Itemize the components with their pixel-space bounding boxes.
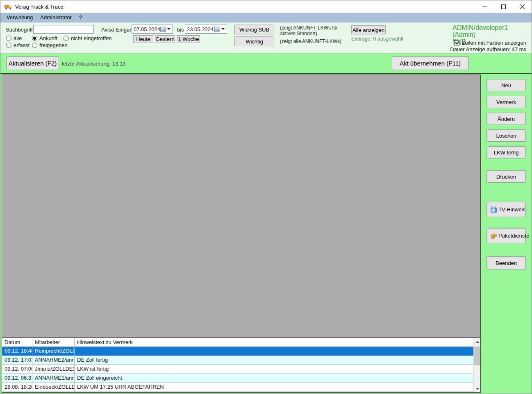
tv-icon xyxy=(490,206,498,213)
cell-datum: 09.12. 06:37 xyxy=(2,374,32,383)
menu-help[interactable]: ? xyxy=(75,13,86,23)
action-bar: Aktualisieren (F2) letzte Aktualisierung… xyxy=(0,54,532,74)
woche-button[interactable]: 1 Woche xyxy=(177,35,200,43)
radio-circle-icon xyxy=(32,36,37,41)
vermerk-table-rows: Datum Mitarbeiter Hinweistext zu Vermerk… xyxy=(2,338,473,392)
akt-uebernehmen-button[interactable]: Akt übernehmen (F11) xyxy=(392,57,468,70)
radio-circle-icon xyxy=(6,43,11,48)
date-from-picker[interactable]: 07.05.2024 xyxy=(132,25,173,34)
drucken-button[interactable]: Drucken xyxy=(487,170,526,183)
menu-administrator[interactable]: Administrator xyxy=(36,13,75,23)
arrow-down-icon xyxy=(476,388,479,390)
maximize-icon xyxy=(501,5,506,9)
close-button[interactable] xyxy=(513,0,532,13)
truck-icon xyxy=(4,4,12,10)
tv-hinweis-label: TV-Hinweis xyxy=(498,206,525,213)
dauer-anzeige-text: Dauer Anzeige aufbauen: 47 ms xyxy=(450,46,526,52)
table-row[interactable]: 09.12. 06:37 ANNAHME1/annahme1 DE Zoll e… xyxy=(2,374,473,383)
table-row[interactable]: 09.12. 18:48 Reinprecht/ZOLLDE1 xyxy=(2,347,473,356)
close-icon xyxy=(520,5,525,9)
cell-mitarbeiter: Jinariu/ZOLLDE3 xyxy=(32,365,75,374)
date-to-dropdown-arrow-icon[interactable] xyxy=(221,28,225,30)
cell-hinweis: DE Zoll eingereicht xyxy=(75,374,473,383)
wichtig-hint: (zeigt alle ANKUNFT-LKWs) xyxy=(280,38,362,44)
app-window: Verag Track & Trace Verwaltung Administr… xyxy=(0,0,532,394)
window-title: Verag Track & Trace xyxy=(15,4,64,10)
aendern-button[interactable]: Ändern xyxy=(487,113,526,125)
date-from-dropdown-arrow-icon[interactable] xyxy=(167,28,171,30)
cell-datum: 09.12. 07:00 xyxy=(2,365,32,374)
vermerk-table: Datum Mitarbeiter Hinweistext zu Vermerk… xyxy=(2,338,480,392)
gestern-button[interactable]: Gestern xyxy=(155,35,175,43)
bis-label: bis xyxy=(177,27,184,33)
checkbox-checked-icon xyxy=(454,40,459,45)
neu-button[interactable]: Neu xyxy=(487,79,526,91)
radio-freigegeben[interactable]: freigegeben xyxy=(32,42,68,48)
cell-mitarbeiter: Reinprecht/ZOLLDE1 xyxy=(32,347,75,356)
date-to-picker[interactable]: 23.05.2024 xyxy=(185,25,227,34)
date-to-value: 23.05.2024 xyxy=(185,26,214,32)
suchbegriff-label: Suchbegriff xyxy=(6,27,33,33)
cell-datum: 09.12. 17:03 xyxy=(2,356,32,365)
table-row[interactable]: 09.12. 17:03 ANNAHME2/annahme2 DE Zoll f… xyxy=(2,356,473,365)
aviso-eingang-label: Aviso-Eingang xyxy=(101,27,136,33)
column-header-hinweistext[interactable]: Hinweistext zu Vermerk xyxy=(75,338,473,346)
cell-datum: 28.08. 18:26 xyxy=(2,383,32,392)
table-row[interactable]: 09.12. 07:00 Jinariu/ZOLLDE3 LKW ist fer… xyxy=(2,365,473,374)
wichtig-sub-button[interactable]: Wichtig SUB xyxy=(234,25,274,34)
farben-checkbox[interactable]: Zeilen mit Farben anzeigen xyxy=(454,40,526,46)
cell-hinweis: DE Zoll fertig xyxy=(75,356,473,365)
aktualisieren-button[interactable]: Aktualisieren (F2) xyxy=(6,57,59,70)
radio-circle-icon xyxy=(32,43,37,48)
list-region: Datum Mitarbeiter Hinweistext zu Vermerk… xyxy=(2,75,481,393)
menu-verwaltung[interactable]: Verwaltung xyxy=(3,13,36,23)
table-scrollbar[interactable] xyxy=(473,338,480,392)
column-header-mitarbeiter[interactable]: Mitarbeiter xyxy=(32,338,75,346)
beenden-button[interactable]: Beenden xyxy=(487,256,526,269)
radio-alle[interactable]: alle xyxy=(6,35,22,41)
user-line1: ADMIN/developer1 (Admin) xyxy=(452,24,525,38)
cell-mitarbeiter: ANNAHME2/annahme2 xyxy=(32,356,75,365)
alle-anzeigen-button[interactable]: Alle anzeigen xyxy=(351,25,386,34)
column-header-datum[interactable]: Datum xyxy=(2,338,32,346)
radio-ankunft[interactable]: Ankunft xyxy=(32,35,57,41)
eintraege-count-text: Einträge: 0 ausgewählt xyxy=(351,36,403,42)
content-area: Datum Mitarbeiter Hinweistext zu Vermerk… xyxy=(1,74,531,393)
cell-datum: 09.12. 18:48 xyxy=(2,347,32,356)
menu-bar: Verwaltung Administrator ? xyxy=(0,13,532,23)
radio-circle-icon xyxy=(64,36,69,41)
minimize-button[interactable] xyxy=(475,0,494,13)
loeschen-button[interactable]: Löschen xyxy=(487,129,526,142)
date-from-value: 07.05.2024 xyxy=(132,26,160,32)
paketdienste-button[interactable]: Paketdienste xyxy=(487,228,526,243)
heute-button[interactable]: Heute xyxy=(133,35,153,43)
radio-nicht-eingetroffen[interactable]: nicht eingetroffen xyxy=(64,35,112,41)
cell-mitarbeiter: ANNAHME1/annahme1 xyxy=(32,374,75,383)
maximize-button[interactable] xyxy=(494,0,513,13)
minimize-icon xyxy=(482,5,487,9)
cell-hinweis: LKW UM 17,25 UHR ABGEFAHREN xyxy=(75,383,473,392)
radio-circle-icon xyxy=(6,36,11,41)
lkw-fertig-button[interactable]: LKW fertig xyxy=(487,146,526,159)
search-input[interactable] xyxy=(33,25,94,34)
cell-mitarbeiter: Einboeck/ZOLLDE2 xyxy=(32,383,75,392)
wichtig-button[interactable]: Wichtig xyxy=(234,36,274,46)
arrow-up-icon xyxy=(476,341,479,343)
title-bar: Verag Track & Trace xyxy=(0,0,532,13)
radio-erfasst[interactable]: erfasst xyxy=(6,42,30,48)
table-header-row: Datum Mitarbeiter Hinweistext zu Vermerk xyxy=(2,338,473,347)
tv-hinweis-button[interactable]: TV-Hinweis xyxy=(487,202,526,217)
cell-hinweis xyxy=(75,347,473,356)
cell-hinweis: LKW ist fertig xyxy=(75,365,473,374)
table-row[interactable]: 28.08. 18:26 Einboeck/ZOLLDE2 LKW UM 17,… xyxy=(2,383,473,392)
scroll-up-button[interactable] xyxy=(474,338,480,345)
vermerk-button[interactable]: Vermerk xyxy=(487,96,526,108)
wichtig-sub-hint: (zeigt ANKUNFT-LKWs für aktiven Standort… xyxy=(280,25,353,36)
results-canvas xyxy=(2,75,480,338)
calendar-icon xyxy=(160,27,166,32)
letzte-aktualisierung-text: letzte Aktualisierung: 13:13 xyxy=(62,54,125,73)
paketdienste-label: Paketdienste xyxy=(498,233,529,239)
scroll-down-button[interactable] xyxy=(474,385,480,392)
calendar-icon xyxy=(214,27,220,32)
scrollbar-thumb[interactable] xyxy=(474,346,480,365)
